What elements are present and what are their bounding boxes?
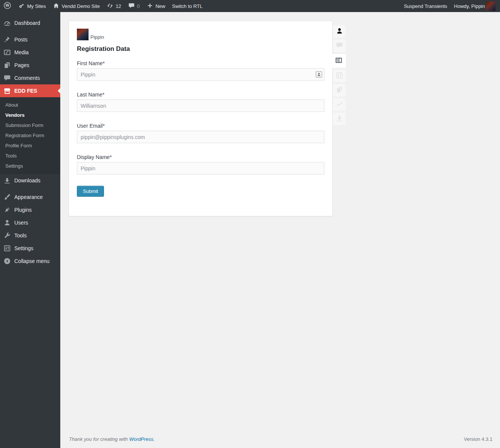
comments-menu[interactable]: 0 <box>125 0 143 12</box>
suspend-transients-menu[interactable]: Suspend Transients <box>401 0 451 12</box>
side-tab-reports[interactable] <box>333 98 346 111</box>
plus-icon <box>147 2 153 10</box>
section-title: Registration Data <box>77 45 324 53</box>
site-name-label: Vendd Demo Site <box>62 3 100 9</box>
collapse-menu-button[interactable]: Collapse menu <box>0 255 60 268</box>
network-key-icon <box>18 2 25 10</box>
sidebar-item-label: Plugins <box>14 207 32 213</box>
footer-thanks: Thank you for creating with WordPress. <box>69 436 155 442</box>
first-name-input[interactable] <box>77 68 324 81</box>
sidebar-item-posts[interactable]: Posts <box>0 33 60 46</box>
submenu-item-profile-form[interactable]: Profile Form <box>0 141 60 151</box>
avatar <box>486 2 495 11</box>
home-icon <box>53 2 60 10</box>
switch-rtl-menu[interactable]: Switch to RTL <box>169 0 206 12</box>
display-name-input-wrap <box>77 162 324 174</box>
comment-icon <box>128 2 135 10</box>
submenu-item-tools[interactable]: Tools <box>0 151 60 161</box>
side-tab-user[interactable] <box>333 25 346 38</box>
submenu-item-submission-form[interactable]: Submission Form <box>0 120 60 130</box>
last-name-input[interactable] <box>77 99 324 112</box>
sidebar-item-users[interactable]: Users <box>0 216 60 229</box>
side-tab-comments[interactable] <box>333 40 346 52</box>
vendor-tab-strip <box>333 25 348 127</box>
field-row-display-name: Display Name* <box>77 154 324 174</box>
side-tab-registration-data[interactable] <box>332 54 346 68</box>
plug-icon <box>3 206 11 214</box>
svg-text:W: W <box>6 3 9 8</box>
last-name-label: Last Name* <box>77 92 324 98</box>
sidebar-item-media[interactable]: Media <box>0 46 60 59</box>
display-name-label: Display Name* <box>77 154 324 160</box>
user-email-label: User Email* <box>77 123 324 129</box>
user-email-input-wrap <box>77 131 324 143</box>
sidebar-item-label: Dashboard <box>14 20 40 26</box>
user-icon <box>336 27 343 36</box>
sidebar-item-settings[interactable]: Settings <box>0 242 60 255</box>
wordpress-logo-icon: W <box>3 2 11 11</box>
my-account-menu[interactable]: Howdy, Pippin <box>451 0 500 12</box>
submenu-item-about[interactable]: About <box>0 100 60 110</box>
wrench-icon <box>3 232 11 239</box>
sidebar-item-dashboard[interactable]: Dashboard <box>0 17 60 29</box>
new-content-menu[interactable]: New <box>143 0 169 12</box>
sidebar-item-label: Tools <box>14 232 27 239</box>
howdy-label: Howdy, Pippin <box>454 3 485 9</box>
sidebar-item-label: Downloads <box>14 177 40 183</box>
sidebar-item-edd-fes[interactable]: EDD FES <box>0 84 60 97</box>
submenu-item-vendors[interactable]: Vendors <box>0 110 60 120</box>
sidebar-item-label: Comments <box>14 75 40 81</box>
download-icon <box>336 115 343 124</box>
sidebar-item-plugins[interactable]: Plugins <box>0 203 60 216</box>
sidebar-item-appearance[interactable]: Appearance <box>0 191 60 203</box>
footer-version: Version 4.3.1 <box>464 436 492 442</box>
sidebar-item-pages[interactable]: Pages <box>0 59 60 72</box>
comment-count: 0 <box>137 3 140 9</box>
wordpress-link[interactable]: WordPress <box>129 436 153 442</box>
display-name-input[interactable] <box>77 162 324 174</box>
side-tab-downloads[interactable] <box>333 113 346 125</box>
index-card-icon <box>335 57 343 66</box>
field-row-first-name: First Name* <box>77 60 324 81</box>
sidebar-item-comments[interactable]: Comments <box>0 72 60 84</box>
footer-thanks-text: Thank you for creating with <box>69 436 128 442</box>
wordpress-logo-menu[interactable]: W <box>0 0 15 12</box>
side-tab-pages[interactable] <box>333 84 346 96</box>
sidebar-item-label: Posts <box>14 37 28 43</box>
update-count: 12 <box>116 3 121 9</box>
submenu-item-settings[interactable]: Settings <box>0 161 60 171</box>
sidebar-item-tools[interactable]: Tools <box>0 229 60 242</box>
admin-bar: W My Sites Vendd Demo Site 12 0 New Swit… <box>0 0 500 12</box>
switch-rtl-label: Switch to RTL <box>172 3 203 9</box>
my-sites-menu[interactable]: My Sites <box>15 0 49 12</box>
user-email-input[interactable] <box>77 131 324 143</box>
menu-separator <box>0 29 60 33</box>
sidebar-item-label: Media <box>14 49 29 55</box>
admin-menu: Dashboard Posts Media Pages Comments EDD… <box>0 12 60 448</box>
sidebar-item-label: Pages <box>14 62 29 68</box>
sliders-icon <box>336 72 343 81</box>
sidebar-item-label: EDD FES <box>14 88 37 94</box>
updates-menu[interactable]: 12 <box>103 0 124 12</box>
autofill-contact-icon[interactable] <box>316 71 322 78</box>
submit-button[interactable]: Submit <box>77 186 104 197</box>
suspend-transients-label: Suspend Transients <box>404 3 447 9</box>
brush-icon <box>3 193 11 201</box>
vendor-name: Pippin <box>90 35 104 40</box>
media-icon <box>3 49 11 56</box>
sidebar-item-downloads[interactable]: Downloads <box>0 174 60 187</box>
comment-icon <box>336 41 343 50</box>
vendor-profile-card: Pippin Registration Data First Name* Las… <box>69 21 333 216</box>
site-name-menu[interactable]: Vendd Demo Site <box>49 0 103 12</box>
side-tab-settings[interactable] <box>333 70 346 82</box>
first-name-label: First Name* <box>77 60 324 66</box>
footer-period: . <box>153 436 155 442</box>
first-name-input-wrap <box>77 68 324 81</box>
admin-bar-left: W My Sites Vendd Demo Site 12 0 New Swit… <box>0 0 206 12</box>
menu-separator <box>0 187 60 191</box>
chart-icon <box>336 100 343 109</box>
collapse-icon <box>3 257 11 265</box>
submenu-item-registration-form[interactable]: Registration Form <box>0 130 60 141</box>
vendor-header: Pippin <box>77 29 324 40</box>
new-label: New <box>156 3 165 9</box>
